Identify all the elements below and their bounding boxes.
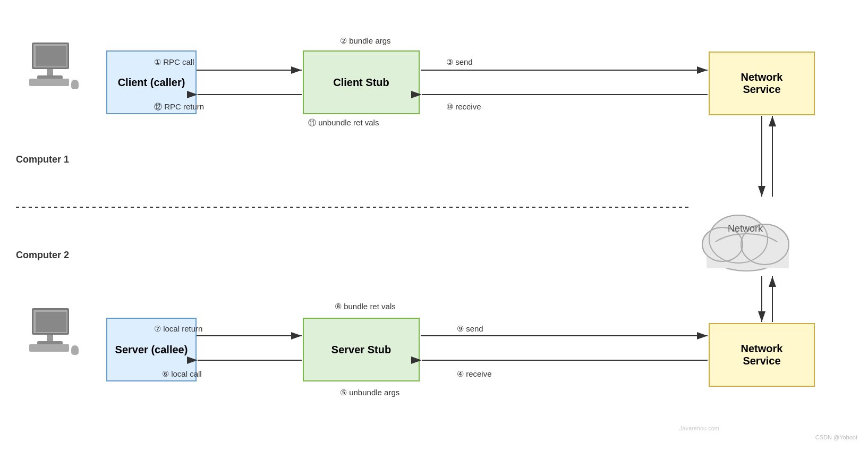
step5-label: ⑤ unbundle args (340, 388, 399, 397)
computer-icon-top (27, 43, 80, 90)
watermark2: Javarehou.com (679, 425, 719, 431)
step6-label: ⑥ local call (162, 369, 202, 379)
svg-rect-19 (707, 242, 789, 268)
step11-label: ⑪ unbundle ret vals (308, 118, 379, 128)
network-service-top-box: NetworkService (709, 52, 815, 115)
computer-icon-bottom (27, 308, 80, 356)
server-stub-box: Server Stub (303, 318, 420, 381)
computer1-label: Computer 1 (16, 154, 69, 165)
network-service-bottom-label: NetworkService (741, 343, 783, 367)
network-service-top-label: NetworkService (741, 71, 783, 96)
step9-label: ⑨ send (457, 324, 483, 334)
step4-label: ④ receive (457, 369, 492, 379)
step8-label: ⑧ bundle ret vals (335, 302, 396, 311)
network-service-bottom-box: NetworkService (709, 323, 815, 387)
server-box-label: Server (callee) (115, 344, 188, 356)
computer2-label: Computer 2 (16, 250, 69, 261)
step2-label: ② bundle args (340, 36, 391, 46)
client-stub-box: Client Stub (303, 50, 420, 114)
svg-point-18 (709, 234, 784, 271)
diagram-container: Client (caller) Client Stub NetworkServi… (0, 0, 868, 450)
client-stub-label: Client Stub (333, 77, 389, 89)
watermark: CSDN @Yoboot (815, 434, 857, 440)
server-stub-label: Server Stub (331, 344, 391, 356)
network-label: Network (728, 223, 763, 234)
step3-label: ③ send (446, 57, 473, 67)
client-box-label: Client (caller) (118, 77, 185, 89)
step12-label: ⑫ RPC return (154, 102, 204, 112)
step10-label: ⑩ receive (446, 102, 481, 112)
step7-label: ⑦ local return (154, 324, 202, 334)
step1-label: ① RPC call (154, 57, 194, 67)
svg-point-15 (709, 215, 768, 263)
svg-point-20 (709, 215, 768, 263)
